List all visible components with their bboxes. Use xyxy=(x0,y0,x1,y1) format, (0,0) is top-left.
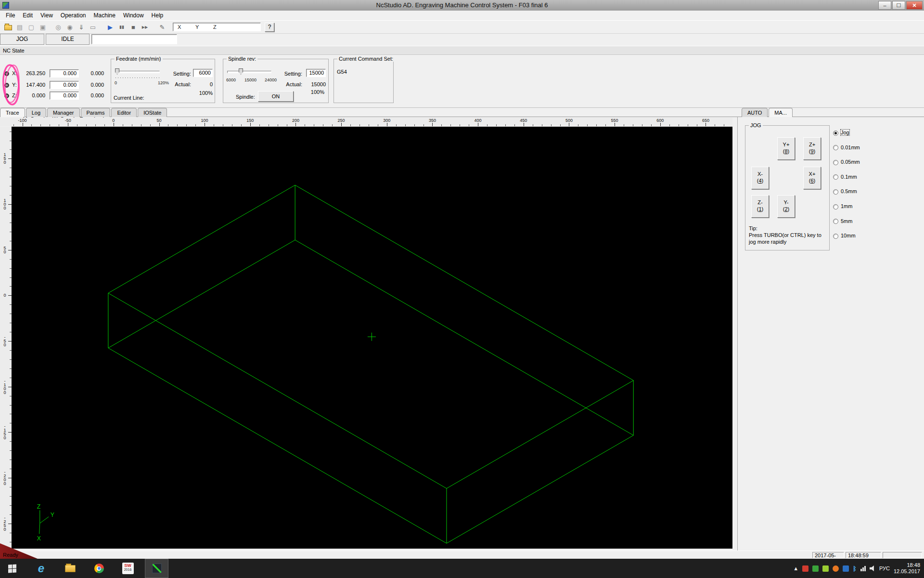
taskbar-ie-button[interactable]: e xyxy=(29,559,53,578)
tab-params[interactable]: Params xyxy=(81,108,111,117)
step-radio-0.5mm[interactable] xyxy=(833,189,838,195)
spindle-slider-track[interactable] xyxy=(227,71,271,73)
screen-button[interactable]: ▭ xyxy=(87,22,99,32)
view-toggle-button[interactable]: ▤ xyxy=(14,22,26,32)
taskbar-clock[interactable]: 18:48 12.05.2017 xyxy=(894,562,920,575)
feedrate-setting-input[interactable]: 6000 xyxy=(193,69,213,77)
work-coord-field[interactable]: 0.000 xyxy=(50,69,79,78)
coordinate-quick-view[interactable]: XYZ xyxy=(173,23,261,31)
tab-log[interactable]: Log xyxy=(26,108,46,117)
menu-edit[interactable]: Edit xyxy=(19,12,37,19)
trace-viewport[interactable]: ZYX xyxy=(12,127,732,549)
h-ruler-tick xyxy=(114,123,114,126)
simulate-button[interactable]: ◎ xyxy=(52,22,64,32)
window-normal-button[interactable]: ▢ xyxy=(26,22,37,32)
h-ruler-tick xyxy=(31,124,32,126)
tray-green-icon[interactable] xyxy=(812,565,819,572)
step-radio-0.05mm[interactable] xyxy=(833,160,838,165)
simulate-run-button[interactable]: ◉ xyxy=(64,22,76,32)
help-button[interactable]: ? xyxy=(265,23,274,32)
tray-caret-icon[interactable]: ▲ xyxy=(793,565,798,571)
tab-iostate[interactable]: IOState xyxy=(138,108,167,117)
spindle-actual-value: 15000 xyxy=(306,81,326,87)
load-program-button[interactable]: ⇓ xyxy=(76,22,87,32)
pause-button[interactable]: ▮▮ xyxy=(116,22,128,32)
feedrate-slider-thumb[interactable] xyxy=(115,68,119,75)
tray-blue-icon[interactable] xyxy=(843,565,849,572)
volume-icon[interactable] xyxy=(870,565,875,571)
h-ruler-tick xyxy=(724,124,724,126)
h-ruler-tick xyxy=(68,123,68,126)
h-ruler-label: 300 xyxy=(383,118,390,123)
work-coord-field[interactable]: 0.000 xyxy=(50,92,79,100)
jog-button-key-label: (8) xyxy=(778,148,795,155)
h-ruler-tick xyxy=(424,124,424,126)
h-ruler-tick xyxy=(679,124,679,126)
h-ruler-tick xyxy=(350,124,351,126)
jog-button-xplus[interactable]: X+(6) xyxy=(803,167,821,189)
step-radio-10mm[interactable] xyxy=(833,234,838,239)
jog-button-zplus[interactable]: Z+(9) xyxy=(803,137,821,160)
status-time: 18:48:59 xyxy=(846,552,881,558)
bluetooth-icon[interactable]: ᛒ xyxy=(853,565,857,572)
mode-tab-jog[interactable]: JOG xyxy=(0,34,44,45)
h-ruler-tick xyxy=(633,124,633,126)
jog-button-zminus[interactable]: Z-(1) xyxy=(751,195,769,218)
jog-button-yminus[interactable]: Y-(2) xyxy=(777,195,795,218)
tab-trace[interactable]: Trace xyxy=(0,108,25,117)
minimize-button[interactable]: – xyxy=(878,1,891,10)
jog-button-yplus[interactable]: Y+(8) xyxy=(777,137,795,160)
explorer-icon xyxy=(65,565,76,572)
stop-button[interactable]: ■ xyxy=(128,22,139,32)
h-ruler-tick xyxy=(50,124,50,126)
menu-view[interactable]: View xyxy=(37,12,57,19)
work-coord-field[interactable]: 0.000 xyxy=(50,81,79,89)
tray-red-icon[interactable] xyxy=(802,565,808,572)
step-radio-1mm[interactable] xyxy=(833,204,838,210)
taskbar-explorer-button[interactable] xyxy=(58,559,82,578)
tab-auto[interactable]: AUTO xyxy=(742,108,768,117)
menu-operation[interactable]: Operation xyxy=(57,12,90,19)
start-button[interactable]: ▶ xyxy=(104,22,116,32)
jog-button-xminus[interactable]: X-(4) xyxy=(751,167,769,189)
close-button[interactable]: ✕ xyxy=(906,1,923,10)
view-toggle-icon: ▤ xyxy=(17,24,23,31)
taskbar-ncstudio-button[interactable] xyxy=(145,559,168,578)
start-button[interactable] xyxy=(0,559,24,578)
tab-ma[interactable]: MA... xyxy=(769,108,793,117)
ruler-corner xyxy=(0,118,12,126)
maximize-button[interactable]: ☐ xyxy=(892,1,905,10)
h-ruler-tick xyxy=(487,124,488,126)
tab-manager[interactable]: Manager xyxy=(47,108,79,117)
feedrate-group-title: Feedrate (mm/min) xyxy=(115,56,163,62)
spindle-slider-thumb[interactable] xyxy=(239,68,243,75)
simulate-icon: ◎ xyxy=(55,24,61,31)
axis-tripod-label-y: Y xyxy=(51,512,54,518)
window-trace-button[interactable]: ▣ xyxy=(37,22,49,32)
network-icon[interactable] xyxy=(860,565,866,571)
h-ruler-tick xyxy=(359,124,360,126)
open-file-button[interactable] xyxy=(2,22,14,32)
h-ruler-tick xyxy=(269,124,269,126)
h-ruler-tick xyxy=(287,124,287,126)
language-indicator[interactable]: РУС xyxy=(879,565,890,571)
tray-yellow-icon[interactable] xyxy=(822,565,829,572)
edit-button[interactable]: ✎ xyxy=(156,22,168,32)
menu-help[interactable]: Help xyxy=(148,12,167,19)
tray-orange-icon[interactable] xyxy=(833,565,839,572)
menu-file[interactable]: File xyxy=(2,12,19,19)
v-ruler-tick xyxy=(8,250,12,250)
taskbar-chrome-button[interactable] xyxy=(87,559,111,578)
menu-window[interactable]: Window xyxy=(119,12,148,19)
h-ruler-tick xyxy=(241,124,242,126)
tab-editor[interactable]: Editor xyxy=(111,108,137,117)
spindle-on-button[interactable]: ON xyxy=(258,91,294,102)
taskbar-solidworks-button[interactable]: SW 2016 xyxy=(116,559,140,578)
h-ruler-tick xyxy=(168,124,168,126)
feedrate-slider-track[interactable] xyxy=(116,71,160,73)
command-entry-field[interactable] xyxy=(91,34,177,44)
step-radio-jog[interactable] xyxy=(833,131,838,136)
menu-machine[interactable]: Machine xyxy=(90,12,119,19)
single-block-button[interactable]: ▶▶ xyxy=(139,22,151,32)
spindle-setting-input[interactable]: 15000 xyxy=(306,69,326,77)
